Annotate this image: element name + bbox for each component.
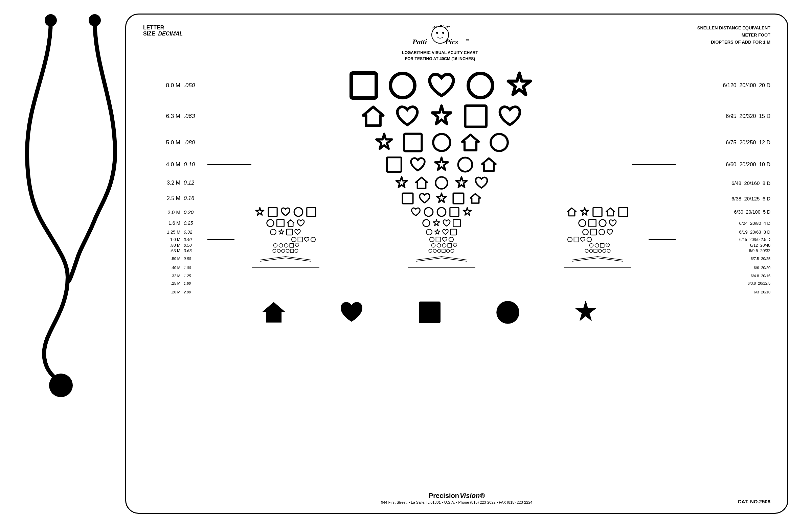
svg-point-11 (468, 73, 493, 98)
chart-row-40m: .40 M 1.00 6/6 20/20 (143, 264, 770, 272)
dot10 (453, 243, 458, 248)
g3-1m (567, 237, 592, 242)
t11 (446, 249, 450, 253)
svg-point-46 (430, 237, 434, 242)
g2-16m (422, 219, 461, 227)
sym-m3 (286, 228, 293, 236)
chart-row-16m: 1.6 M 0.25 (143, 219, 770, 227)
svg-point-40 (583, 229, 589, 235)
chart-row-32m: 3.2 M 0.12 6/48 20/160 8 D (143, 176, 770, 190)
svg-rect-9 (351, 73, 376, 98)
dots1-80m (273, 243, 300, 248)
group2-2m (410, 207, 473, 217)
svg-rect-16 (387, 157, 402, 172)
row-decimal-5m: .080 (184, 139, 207, 146)
svg-point-73 (447, 249, 450, 253)
row-decimal-32m2: 1.25 (184, 274, 207, 278)
sym-f (432, 219, 441, 227)
row-label-2m: 2.0 M (143, 209, 184, 215)
svg-rect-39 (451, 229, 456, 235)
sym-d (296, 219, 305, 227)
sym-i (578, 219, 587, 227)
conv-lines-1 (260, 255, 311, 262)
row-decimal-8m: .050 (184, 82, 207, 89)
row-right-16m: 6/24 20/80 4 D (676, 221, 770, 226)
bottom-star (572, 299, 599, 326)
svg-rect-32 (453, 220, 460, 226)
svg-rect-30 (277, 220, 284, 226)
conv-lines-3 (572, 255, 623, 262)
s12 (579, 207, 590, 217)
svg-point-2 (49, 374, 73, 397)
svg-rect-26 (450, 208, 459, 216)
sym-star5 (394, 176, 409, 190)
sym-m2 (278, 228, 285, 236)
chart-card: LETTER SIZE DECIMAL (125, 14, 788, 514)
svg-rect-37 (287, 229, 292, 235)
svg-point-85 (496, 301, 519, 324)
row-symbols-8m (207, 70, 676, 101)
row-symbols-125m (207, 228, 676, 236)
dot6 (431, 243, 436, 248)
s14 (605, 207, 616, 217)
chart-header: LETTER SIZE DECIMAL (143, 25, 770, 62)
row-symbols-63m (207, 103, 676, 129)
s8 (436, 207, 447, 217)
row-right-25m2: 6/3.8 20/12.5 (676, 281, 770, 285)
svg-rect-13 (404, 134, 422, 151)
group3-2m (566, 207, 629, 217)
bottom-heart (338, 299, 365, 326)
svg-point-54 (285, 243, 288, 247)
sym-c (286, 219, 295, 227)
sym-b (276, 219, 285, 227)
svg-rect-50 (574, 237, 579, 242)
row-symbols-80m (207, 243, 676, 248)
row-decimal-25m: 0.16 (184, 195, 207, 201)
line-right-1m (649, 239, 676, 240)
row-right-50m: 6/7.5 20/25 (676, 257, 770, 261)
chart-row-2m: 2.0 M 0.20 (143, 207, 770, 217)
dot5 (295, 243, 300, 248)
chart-row-32m2: .32 M 1.25 6/4.8 20/16 (143, 272, 770, 280)
svg-rect-62 (600, 243, 604, 247)
row-label-5m: 5.0 M (143, 139, 184, 146)
row-right-20m: 6/3 20/10 (676, 290, 770, 294)
svg-point-71 (438, 249, 441, 253)
sym-q4 (448, 237, 454, 242)
svg-rect-41 (591, 229, 596, 235)
chart-row-1m: 1.0 M 0.40 (143, 237, 770, 242)
s11 (566, 207, 577, 217)
row-symbols-2m (207, 207, 676, 217)
row-symbols-63m2 (207, 249, 676, 253)
symbol-circle2 (465, 70, 496, 101)
dot8 (442, 243, 447, 248)
s13 (592, 207, 603, 217)
svg-point-56 (431, 243, 435, 247)
svg-point-61 (595, 243, 598, 247)
chart-row-63m: 6.3 M .063 (143, 103, 770, 129)
svg-point-14 (433, 134, 450, 151)
chart-row-80m: .80 M 0.50 (143, 243, 770, 248)
row-right-8m: 6/120 20/400 20 D (676, 82, 770, 89)
bottom-square (416, 299, 443, 326)
svg-point-64 (277, 249, 280, 253)
chart-row-bottom (143, 299, 770, 326)
symbol-star2 (429, 103, 454, 129)
symbol-house3 (480, 156, 498, 174)
patti-logo: Patti Pics ™ (406, 25, 474, 50)
svg-point-52 (274, 243, 277, 247)
s6 (410, 207, 421, 217)
dots2-80m (431, 243, 458, 248)
sym-star6 (454, 176, 469, 190)
row-decimal-63m: .063 (184, 113, 207, 120)
line-left-4m (207, 164, 251, 165)
svg-point-53 (279, 243, 283, 247)
row-right-5m: 6/75 20/250 12 D (676, 140, 770, 146)
svg-point-66 (286, 249, 289, 253)
t15 (593, 249, 597, 253)
footer-address: 944 First Street. • La Salle, IL 61301 •… (126, 500, 787, 505)
svg-rect-72 (442, 249, 446, 253)
symbol-circle4 (489, 132, 510, 153)
row-right-25m: 6/38 20/125 6 D (676, 196, 770, 201)
svg-point-17 (458, 157, 472, 172)
